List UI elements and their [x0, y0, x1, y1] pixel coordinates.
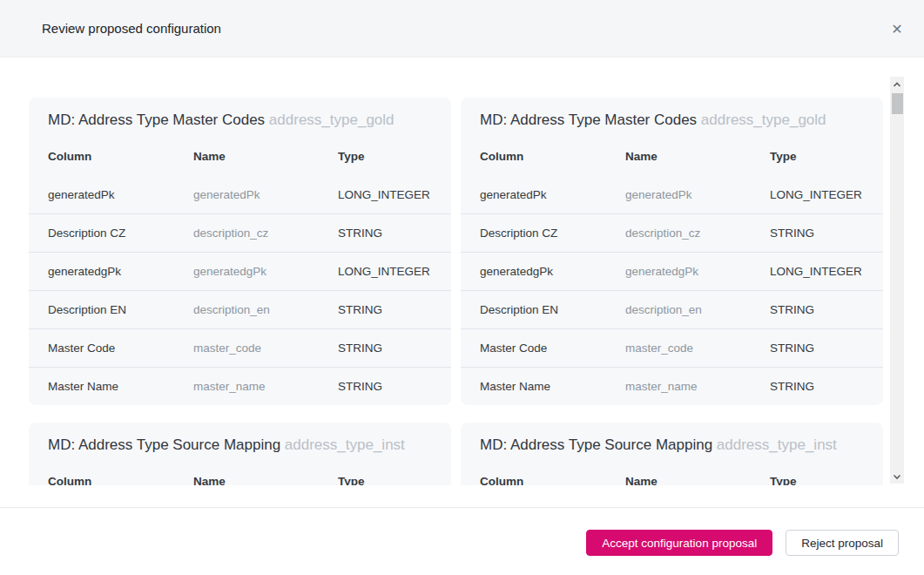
table-cell: LONG_INTEGER — [338, 188, 451, 201]
table-cell: master_code — [625, 342, 770, 355]
table-row: generatedgPkgeneratedgPkLONG_INTEGER — [461, 252, 883, 290]
chevron-down-icon — [893, 473, 901, 480]
table-header-row: ColumnNameType — [29, 138, 451, 175]
entity-name: MD: Address Type Master Codes — [480, 112, 697, 128]
table-cell: description_en — [625, 303, 770, 316]
table-row: Master Namemaster_nameSTRING — [29, 367, 451, 405]
entity-code: address_type_gold — [701, 112, 826, 128]
close-icon[interactable]: ✕ — [886, 17, 908, 40]
accept-configuration-button[interactable]: Accept configuration proposal — [586, 530, 772, 556]
column-header: Column — [480, 150, 625, 163]
scroll-content: MD: Address Type Master Codes address_ty… — [0, 78, 890, 485]
table-cell: Description EN — [480, 303, 625, 316]
table-cell: master_code — [193, 342, 338, 355]
table-row: Description CZdescription_czSTRING — [29, 213, 451, 252]
table-row: generatedgPkgeneratedgPkLONG_INTEGER — [29, 252, 451, 290]
column-header: Type — [338, 475, 451, 485]
panel-title: MD: Address Type Source Mapping address_… — [48, 435, 432, 456]
table-cell: STRING — [770, 342, 883, 355]
table-cell: STRING — [338, 227, 451, 240]
table-row: Master Namemaster_nameSTRING — [461, 367, 883, 405]
table-cell: STRING — [338, 303, 451, 316]
table-row: Master Codemaster_codeSTRING — [29, 328, 451, 367]
table-cell: Master Code — [48, 342, 193, 355]
column-header: Name — [625, 475, 770, 485]
table-cell: generatedPk — [625, 188, 770, 201]
column-header: Type — [770, 150, 883, 163]
table-cell: generatedgPk — [480, 265, 625, 278]
table-cell: master_name — [193, 380, 338, 393]
chevron-up-icon — [893, 81, 901, 88]
panel-master-codes-right: MD: Address Type Master Codes address_ty… — [461, 98, 883, 405]
entity-name: MD: Address Type Source Mapping — [480, 436, 712, 453]
section-source-mapping: MD: Address Type Source Mapping address_… — [29, 423, 890, 485]
panel-title: MD: Address Type Master Codes address_ty… — [48, 110, 432, 131]
column-header: Column — [48, 150, 193, 163]
column-header: Name — [193, 475, 338, 485]
table-row: Description ENdescription_enSTRING — [461, 290, 883, 328]
table-cell: STRING — [338, 342, 451, 355]
modal-title: Review proposed configuration — [42, 21, 221, 36]
table-cell: STRING — [338, 380, 451, 393]
table-cell: Master Code — [480, 342, 625, 355]
section-master-codes: MD: Address Type Master Codes address_ty… — [29, 98, 890, 405]
table-row: Master Codemaster_codeSTRING — [461, 328, 883, 367]
entity-name: MD: Address Type Master Codes — [48, 112, 265, 128]
entity-code: address_type_gold — [269, 112, 395, 128]
panel-title: MD: Address Type Master Codes address_ty… — [480, 110, 864, 131]
scroll-down-icon[interactable] — [890, 469, 904, 484]
columns-table: ColumnNameTypegeneratedPkgeneratedPkLONG… — [29, 138, 451, 405]
configuration-scroll-area[interactable]: MD: Address Type Master Codes address_ty… — [0, 78, 890, 485]
entity-name: MD: Address Type Source Mapping — [48, 436, 280, 453]
table-cell: LONG_INTEGER — [770, 188, 883, 201]
table-header-row: ColumnNameType — [461, 138, 883, 175]
table-cell: description_en — [193, 303, 338, 316]
table-cell: STRING — [770, 227, 883, 240]
entity-code: address_type_inst — [717, 436, 837, 453]
columns-table: ColumnNameType — [29, 463, 451, 485]
columns-table: ColumnNameType — [461, 463, 883, 485]
table-cell: generatedgPk — [625, 265, 770, 278]
table-cell: LONG_INTEGER — [338, 265, 451, 278]
table-cell: master_name — [625, 380, 770, 393]
panel-source-mapping-left: MD: Address Type Source Mapping address_… — [29, 423, 451, 485]
modal-footer: Accept configuration proposal Reject pro… — [0, 507, 924, 575]
table-cell: description_cz — [193, 227, 338, 240]
entity-code: address_type_inst — [285, 436, 405, 453]
table-cell: Master Name — [48, 380, 193, 393]
modal-header: Review proposed configuration ✕ — [0, 0, 924, 58]
column-header: Name — [625, 150, 770, 163]
table-row: Description CZdescription_czSTRING — [461, 213, 883, 252]
vertical-scrollbar[interactable] — [890, 77, 904, 484]
table-row: generatedPkgeneratedPkLONG_INTEGER — [461, 175, 883, 213]
table-header-row: ColumnNameType — [29, 463, 451, 485]
table-cell: Master Name — [480, 380, 625, 393]
table-cell: description_cz — [625, 227, 770, 240]
table-row: Description ENdescription_enSTRING — [29, 290, 451, 328]
column-header: Column — [48, 475, 193, 485]
table-cell: generatedgPk — [48, 265, 193, 278]
table-cell: LONG_INTEGER — [770, 265, 883, 278]
table-cell: STRING — [770, 380, 883, 393]
panel-master-codes-left: MD: Address Type Master Codes address_ty… — [29, 98, 451, 405]
column-header: Type — [338, 150, 451, 163]
column-header: Column — [480, 475, 625, 485]
table-cell: generatedgPk — [193, 265, 338, 278]
reject-proposal-button[interactable]: Reject proposal — [786, 530, 899, 556]
column-header: Type — [770, 475, 883, 485]
table-cell: generatedPk — [480, 188, 625, 201]
columns-table: ColumnNameTypegeneratedPkgeneratedPkLONG… — [461, 138, 883, 405]
panel-title: MD: Address Type Source Mapping address_… — [480, 435, 864, 456]
scrollbar-track[interactable] — [890, 91, 904, 469]
column-header: Name — [193, 150, 338, 163]
table-cell: Description CZ — [480, 227, 625, 240]
table-row: generatedPkgeneratedPkLONG_INTEGER — [29, 175, 451, 213]
scrollbar-thumb[interactable] — [892, 93, 903, 114]
table-cell: generatedPk — [193, 188, 338, 201]
table-cell: generatedPk — [48, 188, 193, 201]
table-cell: STRING — [770, 303, 883, 316]
panel-source-mapping-right: MD: Address Type Source Mapping address_… — [461, 423, 883, 485]
scroll-up-icon[interactable] — [890, 77, 904, 91]
table-cell: Description CZ — [48, 227, 193, 240]
table-cell: Description EN — [48, 303, 193, 316]
